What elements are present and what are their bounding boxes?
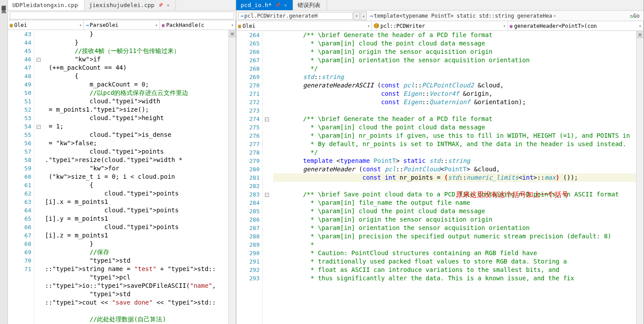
chevron-down-icon: ▾ [639, 24, 641, 28]
left-code-editor[interactable]: 4344454647484950515253545556575859606162… [8, 30, 236, 324]
nav-label: template<typename PointT> static std::st… [374, 13, 552, 19]
line-number-gutter: 4344454647484950515253545556575859606162… [8, 30, 34, 324]
line-number-gutter: 2642652662672682692702712722732742752762… [236, 31, 263, 324]
class-icon: 🅒 [374, 23, 379, 29]
vertical-scrollbar[interactable]: ▤ [228, 30, 236, 324]
dd-label: Olei [242, 23, 255, 29]
arrow-icon: → [86, 22, 89, 28]
chevron-down-icon: ▾ [231, 23, 234, 27]
arrow-icon: → [240, 13, 243, 19]
method-icon: ◉ [510, 23, 513, 29]
dd-label: PackHandle(c [166, 22, 205, 28]
tab-label: jiexishujudelei.cpp [89, 2, 155, 8]
right-editor-pane: pcd_io.h*📌✕ 错误列表 →pcl.PCDWriter.generate… [236, 0, 644, 324]
left-tab-bar: UDPleidatongxin.cpp jiexishujudelei.cpp📌… [8, 0, 236, 11]
namespace-icon: ▣ [238, 23, 241, 29]
chevron-down-icon: ▾ [554, 14, 556, 18]
class-dropdown[interactable]: 🅒pcl::PCDWriter▾ [372, 21, 508, 30]
go-arrow-icon: ↻ [630, 13, 633, 19]
chevron-down-icon: ▾ [155, 23, 157, 27]
side-toolbox-strip[interactable]: 服务器资源管理器 工具箱 [0, 0, 8, 324]
tab-label: pcd_io.h* [241, 2, 272, 8]
right-scope-bar: ▣Olei▾ 🅒pcl::PCDWriter▾ ◉generateHeader<… [236, 21, 644, 31]
context-scope-dropdown[interactable]: →pcl.PCDWriter.generateH [238, 12, 353, 20]
right-tab-bar: pcd_io.h*📌✕ 错误列表 [236, 0, 644, 11]
close-icon[interactable]: ✕ [284, 3, 287, 8]
class-dropdown[interactable]: →ParseOlei▾ [84, 20, 160, 30]
right-context-nav: →pcl.PCDWriter.generateH ▾ ▴ →template<t… [236, 11, 644, 21]
quick-search-input[interactable] [10, 11, 234, 19]
close-icon[interactable]: ✕ [167, 3, 169, 8]
tab-label: UDPleidatongxin.cpp [12, 2, 78, 8]
namespace-icon: ▣ [10, 22, 13, 28]
nav-stepper-down[interactable]: ▾ [354, 11, 360, 20]
code-area[interactable]: } } //接收4帧（一帧分11个包传输过来） "kw">if (++m_pac… [42, 30, 228, 324]
nav-label: Go [633, 13, 640, 19]
context-decl-dropdown[interactable]: →template<typename PointT> static std::s… [368, 12, 627, 19]
tab-label: 错误列表 [298, 1, 320, 9]
namespace-dropdown[interactable]: ▣Olei▾ [236, 21, 372, 30]
tab-jiexishujudelei[interactable]: jiexishujudelei.cpp📌✕ [85, 0, 176, 10]
namespace-dropdown[interactable]: ▣Olei▾ [8, 20, 84, 30]
method-icon: ◉ [162, 22, 165, 28]
tab-pcd-io[interactable]: pcd_io.h*📌✕ [236, 0, 293, 10]
vertical-scrollbar[interactable]: ▤ [636, 31, 644, 324]
split-handle-icon[interactable]: ▤ [229, 30, 236, 37]
split-handle-icon[interactable]: ▤ [637, 31, 644, 38]
left-quick-nav [8, 11, 236, 20]
nav-label: pcl.PCDWriter.generateH [244, 13, 317, 19]
pin-icon[interactable]: 📌 [158, 3, 163, 8]
go-button[interactable]: ↻Go [628, 12, 642, 19]
fold-gutter[interactable]: −− [34, 30, 42, 324]
chevron-down-icon: ▾ [368, 24, 370, 28]
handwritten-annotation: 原来这里没有这个括号加上一个括号 [456, 190, 569, 199]
chevron-down-icon: ▾ [503, 24, 506, 28]
function-dropdown[interactable]: ◉generateHeader<PointT>(con▾ [508, 21, 644, 30]
dd-label: generateHeader<PointT>(con [514, 23, 597, 29]
function-dropdown[interactable]: ◉PackHandle(c▾ [160, 20, 236, 30]
left-scope-bar: ▣Olei▾ →ParseOlei▾ ◉PackHandle(c▾ [8, 20, 236, 30]
dd-label: pcl::PCDWriter [380, 23, 425, 29]
dd-label: Olei [14, 22, 27, 28]
dd-label: ParseOlei [90, 22, 119, 28]
arrow-icon: → [370, 13, 373, 19]
fold-gutter[interactable]: −− [263, 31, 271, 324]
code-area[interactable]: /** \brief Generate the header of a PCD … [271, 31, 636, 324]
right-code-editor[interactable]: 2642652662672682692702712722732742752762… [236, 31, 644, 324]
left-editor-pane: UDPleidatongxin.cpp jiexishujudelei.cpp📌… [8, 0, 236, 324]
tab-udpleidatongxin[interactable]: UDPleidatongxin.cpp [8, 0, 85, 10]
nav-stepper-up[interactable]: ▴ [361, 11, 367, 20]
chevron-down-icon: ▾ [79, 23, 82, 27]
pin-icon[interactable]: 📌 [275, 3, 280, 8]
tab-error-list[interactable]: 错误列表 [293, 0, 327, 10]
